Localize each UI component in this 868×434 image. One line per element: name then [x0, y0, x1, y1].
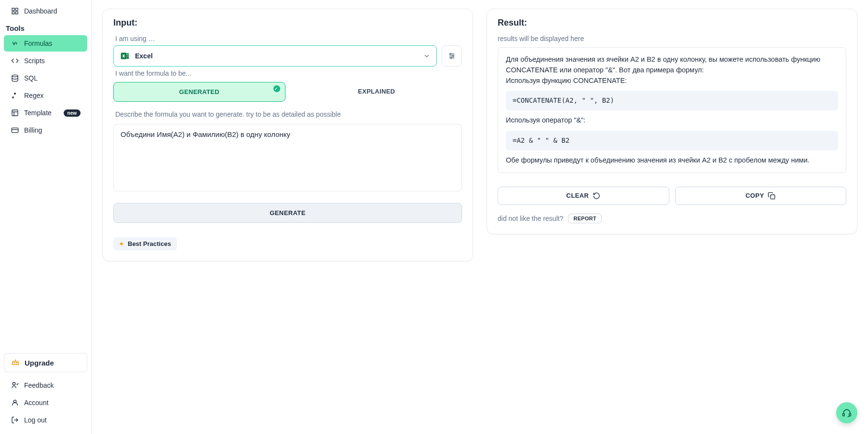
svg-point-23: [450, 57, 452, 59]
card-icon: [11, 126, 19, 135]
using-label: I am using …: [115, 35, 462, 42]
main-content: Input: I am using … Excel I want the for…: [92, 0, 868, 434]
regex-icon: [11, 91, 19, 100]
copy-button[interactable]: COPY: [675, 187, 847, 205]
sliders-icon: [448, 52, 456, 60]
sidebar-item-label: Regex: [24, 92, 43, 99]
tool-select[interactable]: Excel: [113, 45, 437, 67]
dashboard-icon: [11, 7, 19, 15]
svg-point-11: [13, 382, 15, 385]
formula-icon: [11, 39, 19, 48]
sidebar-item-label: Billing: [24, 126, 42, 134]
sparkle-icon: ✦: [119, 241, 124, 247]
mode-explained[interactable]: EXPLAINED: [291, 82, 462, 102]
settings-button[interactable]: [442, 45, 462, 67]
svg-rect-25: [843, 414, 844, 416]
new-badge: new: [64, 109, 81, 117]
tool-select-value: Excel: [135, 52, 153, 60]
refresh-icon: [593, 192, 600, 200]
svg-rect-26: [849, 414, 851, 416]
sidebar: Dashboard Tools Formulas Scripts SQL: [0, 0, 92, 434]
svg-rect-6: [12, 110, 18, 116]
sidebar-section-tools: Tools: [1, 20, 90, 34]
mode-label: I want the formula to be...: [115, 69, 462, 77]
dislike-text: did not like the result?: [498, 215, 563, 222]
prompt-label: Describe the formula you want to generat…: [115, 110, 462, 118]
result-panel: Result: results will be displayed here Д…: [487, 9, 857, 234]
svg-rect-1: [15, 8, 18, 11]
sidebar-item-label: Feedback: [24, 381, 54, 389]
svg-rect-0: [12, 8, 14, 11]
headset-icon: [842, 408, 852, 418]
template-icon: [11, 108, 19, 117]
sidebar-item-formulas[interactable]: Formulas: [4, 35, 87, 52]
best-practices-chip[interactable]: ✦ Best Practices: [113, 237, 177, 250]
chevron-down-icon: [423, 52, 431, 60]
mode-generated-label: GENERATED: [179, 88, 219, 95]
sidebar-item-billing[interactable]: Billing: [4, 122, 87, 138]
sidebar-item-logout[interactable]: Log out: [4, 412, 87, 428]
result-placeholder: results will be displayed here: [498, 35, 846, 42]
excel-icon: [120, 51, 130, 61]
svg-point-21: [450, 54, 451, 55]
clear-label: CLEAR: [566, 192, 589, 199]
svg-point-4: [12, 75, 18, 77]
feedback-icon: [11, 381, 19, 390]
best-practices-label: Best Practices: [128, 240, 171, 247]
result-text: Обе формулы приведут к объединению значе…: [506, 155, 838, 166]
sidebar-item-scripts[interactable]: Scripts: [4, 53, 87, 69]
svg-rect-24: [771, 195, 775, 199]
code-icon: [11, 56, 19, 65]
sidebar-item-label: SQL: [24, 74, 38, 82]
prompt-input[interactable]: [113, 124, 462, 191]
check-icon: ✓: [273, 85, 280, 92]
svg-rect-15: [126, 53, 129, 54]
sidebar-item-template[interactable]: Template new: [4, 105, 87, 121]
input-title: Input:: [113, 18, 462, 28]
sidebar-item-account[interactable]: Account: [4, 394, 87, 411]
mode-generated[interactable]: GENERATED ✓: [113, 82, 285, 102]
crown-icon: [11, 358, 20, 367]
input-panel: Input: I am using … Excel I want the for…: [102, 9, 473, 261]
sidebar-item-label: Account: [24, 399, 49, 407]
svg-point-22: [452, 55, 454, 57]
upgrade-label: Upgrade: [25, 359, 54, 367]
svg-rect-16: [126, 55, 129, 56]
mode-explained-label: EXPLAINED: [358, 88, 395, 95]
generate-label: GENERATE: [270, 209, 305, 217]
help-fab[interactable]: [836, 402, 857, 423]
sidebar-item-label: Formulas: [24, 40, 52, 47]
generate-button[interactable]: GENERATE: [113, 203, 462, 223]
clear-button[interactable]: CLEAR: [498, 187, 669, 205]
sidebar-item-label: Dashboard: [24, 7, 57, 15]
database-icon: [11, 74, 19, 82]
result-text: Для объединения значения из ячейки A2 и …: [506, 54, 838, 76]
result-code: =CONCATENATE(A2, " ", B2): [506, 91, 838, 110]
result-text: Используя функцию CONCATENATE:: [506, 76, 838, 86]
sidebar-item-sql[interactable]: SQL: [4, 70, 87, 86]
copy-icon: [768, 192, 775, 200]
sidebar-item-label: Template: [24, 109, 52, 117]
user-icon: [11, 398, 19, 407]
result-code: =A2 & " " & B2: [506, 131, 838, 150]
copy-label: COPY: [746, 192, 764, 199]
sidebar-item-label: Scripts: [24, 57, 45, 65]
svg-rect-17: [126, 57, 129, 59]
sidebar-item-dashboard[interactable]: Dashboard: [4, 3, 87, 19]
upgrade-button[interactable]: Upgrade: [4, 353, 87, 372]
result-title: Result:: [498, 18, 846, 28]
svg-point-12: [14, 400, 16, 403]
result-body: Для объединения значения из ячейки A2 и …: [498, 47, 846, 173]
report-button[interactable]: REPORT: [568, 214, 602, 223]
svg-rect-9: [12, 128, 18, 132]
svg-rect-2: [12, 12, 14, 14]
sidebar-item-regex[interactable]: Regex: [4, 87, 87, 104]
svg-point-5: [13, 97, 14, 98]
logout-icon: [11, 416, 19, 424]
svg-rect-3: [15, 12, 18, 14]
sidebar-item-feedback[interactable]: Feedback: [4, 377, 87, 393]
result-text: Используя оператор "&":: [506, 115, 838, 126]
sidebar-item-label: Log out: [24, 416, 47, 424]
